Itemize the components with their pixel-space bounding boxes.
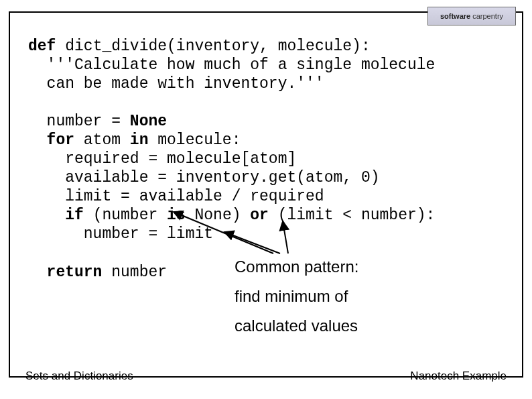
code-l5a: number =: [28, 113, 130, 130]
code-l3: can be made with inventory.''': [28, 75, 324, 93]
code-l13b: number: [102, 264, 167, 281]
kw-in: in: [130, 131, 149, 149]
code-l7: required = molecule[atom]: [28, 150, 296, 168]
code-l8: available = inventory.get(atom, 0): [28, 169, 380, 186]
code-l10a: (number: [84, 207, 167, 224]
code-l10b: None): [186, 207, 251, 224]
software-carpentry-logo: software carpentry: [427, 7, 516, 25]
logo-bold: software: [440, 12, 470, 20]
code-l6c: molecule:: [148, 131, 241, 149]
footer-left: Sets and Dictionaries: [25, 369, 133, 383]
kw-none: None: [130, 113, 167, 130]
footer-right: Nanotech Example: [410, 369, 507, 383]
kw-or: or: [250, 207, 269, 224]
code-l9: limit = available / required: [28, 188, 324, 205]
kw-def: def: [28, 38, 56, 55]
code-l11: number = limit: [28, 225, 213, 243]
kw-is: is: [167, 207, 186, 224]
kw-for: for: [28, 131, 74, 149]
code-l6b: atom: [74, 131, 130, 149]
kw-return: return: [28, 264, 102, 281]
annotation-line2: find minimum of: [235, 284, 348, 308]
code-block: def dict_divide(inventory, molecule): ''…: [28, 37, 435, 282]
annotation-line3: calculated values: [235, 314, 358, 338]
logo-normal: carpentry: [472, 12, 503, 20]
annotation-line1: Common pattern:: [235, 255, 358, 279]
code-l2: '''Calculate how much of a single molecu…: [28, 56, 435, 74]
code-l10c: (limit < number):: [269, 207, 435, 224]
code-l1: dict_divide(inventory, molecule):: [56, 38, 370, 55]
kw-if: if: [28, 207, 84, 224]
